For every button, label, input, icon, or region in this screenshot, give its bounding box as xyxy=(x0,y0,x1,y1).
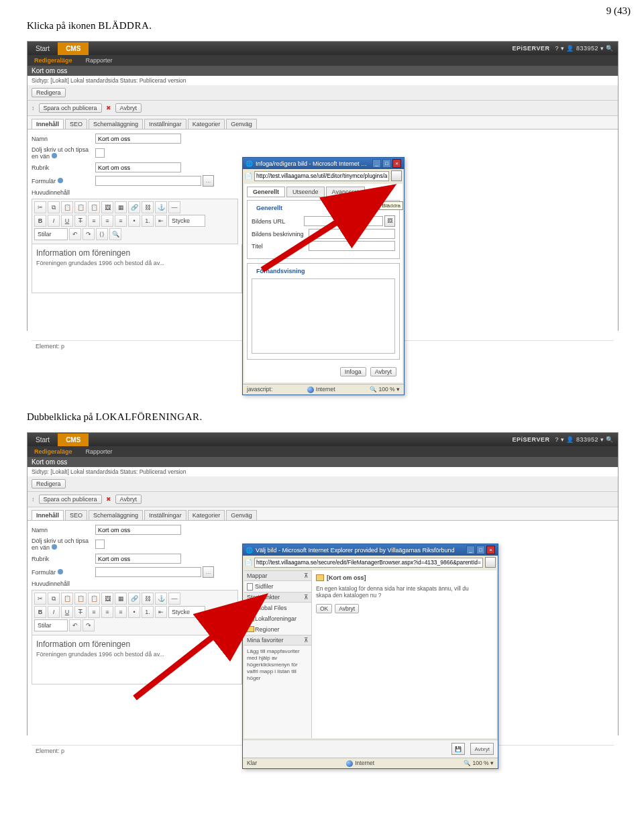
tab-shortcut[interactable]: Genväg xyxy=(226,510,257,520)
tb-image-icon[interactable]: 🖼 xyxy=(101,593,113,605)
checkbox-hide[interactable] xyxy=(95,540,105,549)
tab-cms[interactable]: CMS xyxy=(58,433,89,446)
tb-paste-icon[interactable]: 📋 xyxy=(61,593,73,605)
tb-clear-icon[interactable]: T̶ xyxy=(74,606,87,618)
input-name[interactable] xyxy=(95,134,181,144)
sec-startpoints[interactable]: Startpunkter⊼ xyxy=(244,592,311,603)
edit-button[interactable]: Redigera xyxy=(32,88,66,97)
save-publish-button[interactable]: Spara och publicera xyxy=(39,495,102,504)
tb-undo-icon[interactable]: ↶ xyxy=(69,228,81,240)
cancel-button[interactable]: Avbryt xyxy=(335,604,359,613)
tb-ol-icon[interactable]: 1. xyxy=(142,215,154,227)
tb-outdent-icon[interactable]: ⇤ xyxy=(155,606,167,618)
subtab-reports[interactable]: Rapporter xyxy=(79,448,119,455)
help-icon[interactable] xyxy=(52,544,57,550)
sidebar-item-regioner[interactable]: Regioner xyxy=(244,624,311,635)
maximize-icon[interactable]: □ xyxy=(476,546,485,554)
tb-link-icon[interactable]: 🔗 xyxy=(128,201,140,213)
tb-ul-icon[interactable]: • xyxy=(128,606,140,618)
tab-seo[interactable]: SEO xyxy=(65,119,87,129)
help-icon[interactable] xyxy=(52,153,57,158)
tb-paste2-icon[interactable]: 📋 xyxy=(74,201,87,213)
cancel-footer-button[interactable]: Avbryt xyxy=(470,743,494,755)
tb-left-icon[interactable]: ≡ xyxy=(88,215,100,227)
save-icon[interactable]: 💾 xyxy=(451,743,465,755)
tb-hr-icon[interactable]: — xyxy=(168,201,180,213)
tb-italic-icon[interactable]: I xyxy=(48,606,60,618)
tab-start[interactable]: Start xyxy=(28,42,58,55)
richtext-body[interactable]: Information om föreningen Föreningen gru… xyxy=(32,635,242,684)
subtab-editmode[interactable]: Redigeraläge xyxy=(28,448,79,455)
tb-cut-icon[interactable]: ✂ xyxy=(34,593,46,605)
tab-content[interactable]: Innehåll xyxy=(32,119,64,129)
tab-shortcut[interactable]: Genväg xyxy=(226,119,257,129)
zoom-icon[interactable]: 🔍 xyxy=(370,386,377,393)
tb-redo-icon[interactable]: ↷ xyxy=(83,619,95,631)
sec-folders[interactable]: Mappar⊼ xyxy=(244,570,311,581)
tb-copy-icon[interactable]: ⧉ xyxy=(48,593,60,605)
tb-link-icon[interactable]: 🔗 xyxy=(128,593,140,605)
input-form[interactable] xyxy=(95,567,201,577)
tb-paste3-icon[interactable]: 📋 xyxy=(88,593,100,605)
sidebar-item-lokalforeningar[interactable]: Lokalforeningar xyxy=(244,613,311,624)
subtab-editmode[interactable]: Redigeraläge xyxy=(28,57,79,64)
sidebar-item-pagefiles[interactable]: Sidfiler xyxy=(244,581,311,592)
tb-hr-icon[interactable]: — xyxy=(168,593,180,605)
collapse-icon[interactable]: ⊼ xyxy=(304,594,309,601)
collapse-icon[interactable]: ⊼ xyxy=(304,572,309,579)
tab-categories[interactable]: Kategorier xyxy=(188,510,225,520)
insert-button[interactable]: Infoga xyxy=(340,367,366,376)
tb-anchor-icon[interactable]: ⚓ xyxy=(155,201,167,213)
form-browse-icon[interactable]: … xyxy=(203,175,214,187)
tab-schedule[interactable]: Schemaläggning xyxy=(89,119,143,129)
url-input[interactable] xyxy=(254,171,389,181)
sec-favorites[interactable]: Mina favoriter⊼ xyxy=(244,635,311,646)
tb-table-icon[interactable]: ▦ xyxy=(115,201,127,213)
tb-table-icon[interactable]: ▦ xyxy=(115,593,127,605)
richtext-body[interactable]: Information om föreningen Föreningen gru… xyxy=(32,244,242,293)
tb-paste-icon[interactable]: 📋 xyxy=(61,201,73,213)
dtab-general[interactable]: Generellt xyxy=(247,187,285,197)
input-image-title[interactable] xyxy=(309,241,395,251)
tb-center-icon[interactable]: ≡ xyxy=(101,606,113,618)
tab-start[interactable]: Start xyxy=(28,433,58,446)
styles-select[interactable]: Stilar xyxy=(34,228,68,240)
go-button[interactable] xyxy=(485,557,496,568)
dialog-titlebar[interactable]: 🌐 Infoga/redigera bild - Microsoft Inter… xyxy=(243,158,404,169)
tb-image-icon[interactable]: 🖼 xyxy=(101,201,113,213)
tb-right-icon[interactable]: ≡ xyxy=(115,215,127,227)
tab-seo[interactable]: SEO xyxy=(65,510,87,520)
tab-content[interactable]: Innehåll xyxy=(32,510,64,520)
tb-underline-icon[interactable]: U xyxy=(61,215,73,227)
go-button[interactable] xyxy=(391,170,402,181)
tb-unlink-icon[interactable]: ⛓ xyxy=(142,201,154,213)
sidebar-item-globalfiles[interactable]: Global Files xyxy=(244,603,311,613)
tb-copy-icon[interactable]: ⧉ xyxy=(48,201,60,213)
tb-cut-icon[interactable]: ✂ xyxy=(34,201,46,213)
tb-bold-icon[interactable]: B xyxy=(34,606,46,618)
ok-button[interactable]: OK xyxy=(316,604,332,613)
collapse-icon[interactable]: ⊼ xyxy=(304,637,309,644)
form-browse-icon[interactable]: … xyxy=(203,566,214,578)
help-icon[interactable] xyxy=(58,569,63,574)
tb-html-icon[interactable]: ⟨⟩ xyxy=(96,228,108,240)
tb-unlink-icon[interactable]: ⛓ xyxy=(142,593,154,605)
brand-extra[interactable]: ? ▾ 👤 833952 ▾ 🔍 xyxy=(555,436,614,443)
dlg-cancel-button[interactable]: Avbryt xyxy=(370,367,396,376)
input-image-desc[interactable] xyxy=(309,229,395,239)
input-image-url[interactable] xyxy=(304,216,383,226)
maximize-icon[interactable]: □ xyxy=(382,159,391,168)
close-icon[interactable]: × xyxy=(392,159,401,168)
checkbox-hide[interactable] xyxy=(95,148,105,158)
tb-anchor-icon[interactable]: ⚓ xyxy=(155,593,167,605)
tab-cms[interactable]: CMS xyxy=(58,42,89,55)
tb-center-icon[interactable]: ≡ xyxy=(101,215,113,227)
save-publish-button[interactable]: Spara och publicera xyxy=(39,103,102,113)
input-name[interactable] xyxy=(95,525,181,535)
tb-clear-icon[interactable]: T̶ xyxy=(74,215,87,227)
tab-settings[interactable]: Inställningar xyxy=(144,119,186,129)
zoom-icon[interactable]: 🔍 xyxy=(464,760,471,766)
minimize-icon[interactable]: _ xyxy=(466,546,475,554)
tb-underline-icon[interactable]: U xyxy=(61,606,73,618)
tab-settings[interactable]: Inställningar xyxy=(144,510,186,520)
